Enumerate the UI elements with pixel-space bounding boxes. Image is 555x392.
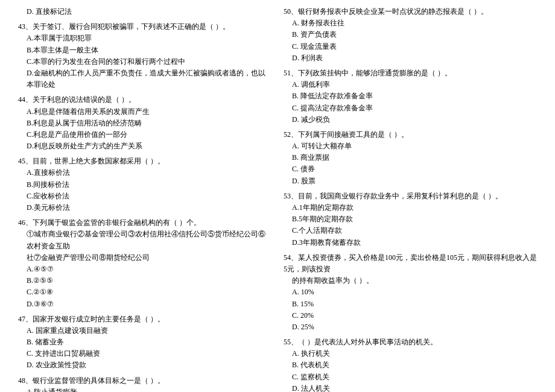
question-option: C. 支持进出口贸易融资 (18, 348, 271, 359)
question-option: A.本罪属于流职犯罪 (18, 33, 271, 44)
question-option: B.②⑤⑤ (18, 275, 271, 286)
question-option: C.个人活期存款 (284, 225, 537, 236)
question-option: C. 现金流量表 (284, 41, 537, 52)
question-option: A.直接标价法 (18, 167, 271, 179)
question-option: B. 商业票据 (284, 152, 537, 163)
question-block: 48、银行业监督管理的具体目标之一是（ ）。A.防止通货膨胀B.促进经济增长C.… (18, 375, 271, 392)
question-option: B. 储蓄业务 (18, 337, 271, 348)
question-option: B. 资产负债表 (284, 29, 537, 40)
question-sub: 社⑦金融资产管理公司⑧期货经纪公司 (18, 252, 271, 264)
question-block: 45、目前，世界上绝大多数国家都采用（ ）。A.直接标价法B.间接标价法C.应收… (18, 156, 271, 213)
question-option: B. 代表机关 (284, 359, 537, 371)
question-option: A. 国家重点建设项目融资 (18, 325, 271, 337)
question-title: 52、下列属于间接融资工具的是（ ）。 (284, 129, 537, 141)
question-block: D. 直接标记法 (18, 6, 271, 17)
question-option: A. 调低利率 (284, 79, 537, 90)
question-sub: ①城市商业银行②基金管理公司③农村信用社④信托公司⑤货币经纪公司⑥农村资金互助 (18, 229, 271, 251)
question-option: A.防止通货膨胀 (18, 387, 271, 392)
question-title: 48、银行业监督管理的具体目标之一是（ ）。 (18, 375, 271, 387)
question-option: D. 法人机关 (284, 383, 537, 392)
question-option: D. 农业政策性贷款 (18, 359, 271, 371)
question-title: 45、目前，世界上绝大多数国家都采用（ ）。 (18, 156, 271, 167)
question-option: C. 20% (284, 310, 537, 321)
question-option: C.②①⑧ (18, 286, 271, 298)
question-option: C. 监察机关 (284, 371, 537, 383)
question-option: B.5年期的定期存款 (284, 213, 537, 225)
question-option: C.利息是产品使用价值的一部分 (18, 129, 271, 141)
question-option: D.③⑥⑦ (18, 299, 271, 310)
question-title: 47、国家开发银行成立时的主要任务是（ ）。 (18, 314, 271, 325)
question-option: C. 提高法定存款准备金率 (284, 103, 537, 114)
right-column: 50、银行财务报表中反映企业某一时点状况的静态报表是（ ）。A. 财务报表往往B… (284, 6, 537, 392)
question-option: B.利息是从属于信用活动的经济范畴 (18, 118, 271, 129)
question-option: B. 降低法定存款准备金率 (284, 90, 537, 102)
question-block: 52、下列属于间接融资工具的是（ ）。A. 可转让大额存单B. 商业票据C. 债… (284, 129, 537, 187)
question-option: A. 10% (284, 286, 537, 298)
question-option: C.应收标价法 (18, 191, 271, 202)
question-option: D. 减少税负 (284, 114, 537, 125)
question-option: A.1年期的定期存款 (284, 202, 537, 213)
question-option: C. 债券 (284, 163, 537, 175)
question-option: D. 股票 (284, 175, 537, 187)
question-option: D. 直接标记法 (18, 6, 271, 17)
question-block: 46、下列属于银监会监管的非银行金融机构的有（ ）个。①城市商业银行②基金管理公… (18, 217, 271, 310)
question-option: D.美元标价法 (18, 202, 271, 213)
question-option: A.④⑤⑦ (18, 264, 271, 275)
question-option: A. 执行机关 (284, 348, 537, 359)
question-block: 47、国家开发银行成立时的主要任务是（ ）。A. 国家重点建设项目融资B. 储蓄… (18, 314, 271, 371)
question-block: 44、关于利息的说法错误的是（ ）。A.利息是伴随着信用关系的发展而产生B.利息… (18, 94, 271, 152)
question-title: 51、下列政策挂钩中，能够治理通货膨胀的是（ ）。 (284, 68, 537, 79)
question-option: A. 可转让大额存单 (284, 141, 537, 152)
question-block: 53、目前，我国商业银行存款业务中，采用复利计算利息的是（ ）。A.1年期的定期… (284, 191, 537, 248)
left-column: D. 直接标记法43、关于签订、履行合同犯职被骗罪，下列表述不正确的是（ ）。A… (18, 6, 271, 392)
question-title: 43、关于签订、履行合同犯职被骗罪，下列表述不正确的是（ ）。 (18, 21, 271, 33)
question-option: B.本罪主体是一般主体 (18, 45, 271, 56)
question-option: B.间接标价法 (18, 179, 271, 191)
question-option: A. 财务报表往往 (284, 17, 537, 29)
question-option: D.利息反映所处生产方式的生产关系 (18, 141, 271, 152)
question-title: 54、某人投资债券，买入价格是100元，卖出价格是105元，期间获得利息收入是5… (284, 252, 537, 275)
question-block: 54、某人投资债券，买入价格是100元，卖出价格是105元，期间获得利息收入是5… (284, 252, 537, 333)
question-title: 50、银行财务报表中反映企业某一时点状况的静态报表是（ ）。 (284, 6, 537, 17)
question-block: 50、银行财务报表中反映企业某一时点状况的静态报表是（ ）。A. 财务报表往往B… (284, 6, 537, 64)
question-option: D. 25% (284, 321, 537, 333)
question-option: D.3年期教育储蓄存款 (284, 237, 537, 248)
question-option: D.金融机构的工作人员严重不负责任，造成大量外汇被骗购或者逃的，也以本罪论处 (18, 68, 271, 90)
question-block: 51、下列政策挂钩中，能够治理通货膨胀的是（ ）。A. 调低利率B. 降低法定存… (284, 68, 537, 125)
question-block: 55、（ ）是代表法人对外从事民事活动的机关。A. 执行机关B. 代表机关C. … (284, 337, 537, 392)
question-title: 44、关于利息的说法错误的是（ ）。 (18, 94, 271, 106)
question-option: A.利息是伴随着信用关系的发展而产生 (18, 106, 271, 118)
question-sub: 的持有期收益率为（ ）。 (284, 275, 537, 286)
question-title: 46、下列属于银监会监管的非银行金融机构的有（ ）个。 (18, 217, 271, 229)
question-option: C.本罪的行为发生在合同的签订和履行两个过程中 (18, 56, 271, 68)
question-title: 55、（ ）是代表法人对外从事民事活动的机关。 (284, 337, 537, 348)
page-content: D. 直接标记法43、关于签订、履行合同犯职被骗罪，下列表述不正确的是（ ）。A… (18, 6, 537, 392)
question-block: 43、关于签订、履行合同犯职被骗罪，下列表述不正确的是（ ）。A.本罪属于流职犯… (18, 21, 271, 90)
question-option: B. 15% (284, 299, 537, 310)
question-option: D. 利润表 (284, 52, 537, 64)
question-title: 53、目前，我国商业银行存款业务中，采用复利计算利息的是（ ）。 (284, 191, 537, 202)
